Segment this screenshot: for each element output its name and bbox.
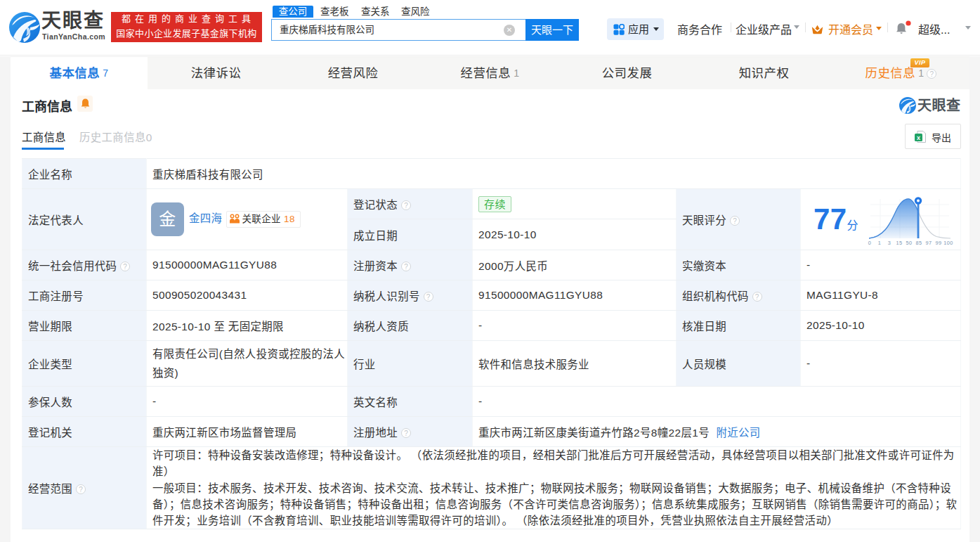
svg-text:99: 99	[936, 240, 942, 246]
svg-text:50: 50	[906, 240, 913, 246]
svg-text:85: 85	[916, 240, 922, 246]
svg-text:1: 1	[878, 240, 881, 246]
svg-text:100: 100	[943, 240, 953, 246]
svg-text:x: x	[917, 134, 920, 141]
svg-text:15: 15	[896, 240, 903, 246]
svg-text:0: 0	[868, 240, 871, 246]
svg-text:3: 3	[888, 240, 891, 246]
svg-text:97: 97	[926, 240, 932, 246]
